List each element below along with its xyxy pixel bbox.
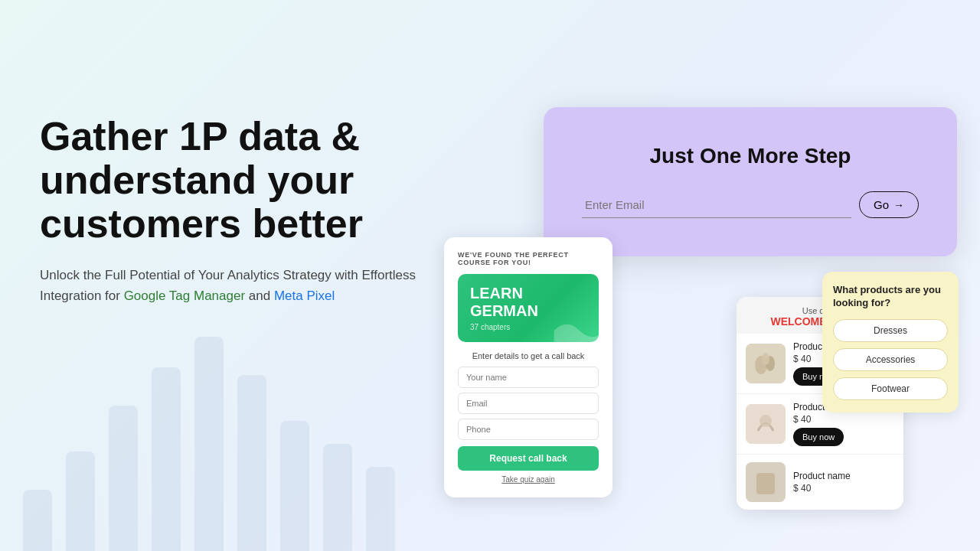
table-row: Product name $ 40 — [737, 455, 903, 510]
background-bars — [23, 337, 395, 551]
course-email-input[interactable] — [458, 393, 599, 414]
svg-rect-7 — [756, 473, 775, 494]
go-button[interactable]: Go → — [859, 191, 919, 218]
go-arrow: → — [893, 199, 904, 211]
meta-link[interactable]: Meta Pixel — [274, 289, 335, 303]
bar-1 — [23, 490, 52, 551]
course-name-input[interactable] — [458, 367, 599, 388]
email-row: Go → — [582, 191, 919, 218]
bar-2 — [66, 452, 95, 551]
gtm-link[interactable]: Google Tag Manager — [124, 289, 245, 303]
suggestions-title: What products are you looking for? — [833, 284, 948, 310]
subtext-middle: and — [245, 289, 274, 303]
svg-point-3 — [762, 353, 769, 365]
course-form-title: Enter details to get a call back — [458, 351, 599, 360]
take-quiz-link[interactable]: Take quiz again — [458, 475, 599, 484]
wave-decoration — [553, 311, 599, 342]
suggestion-dresses[interactable]: Dresses — [833, 319, 948, 342]
course-found-label: WE'VE FOUND THE PERFECT COURSE FOR YOU! — [458, 251, 599, 266]
bar-5 — [194, 337, 224, 551]
bar-4 — [152, 367, 181, 551]
product-svg-3 — [746, 462, 786, 502]
right-area: Just One More Step Go → WE'VE FOUND THE … — [383, 0, 980, 551]
suggestion-footwear[interactable]: Footwear — [833, 377, 948, 400]
course-banner: LEARNGERMAN 37 chapters — [458, 274, 599, 342]
email-popup-card: Just One More Step Go → — [544, 107, 957, 256]
product-price-3: $ 40 — [793, 483, 894, 494]
bar-6 — [237, 375, 266, 551]
course-phone-input[interactable] — [458, 419, 599, 440]
buy-button-2[interactable]: Buy now — [793, 428, 844, 446]
course-card: WE'VE FOUND THE PERFECT COURSE FOR YOU! … — [444, 237, 612, 497]
bar-8 — [323, 444, 352, 551]
suggestions-card: What products are you looking for? Dress… — [822, 272, 959, 412]
course-cta-button[interactable]: Request call back — [458, 446, 599, 471]
product-name-3: Product name — [793, 471, 894, 481]
svg-point-5 — [760, 415, 772, 427]
bar-3 — [109, 406, 138, 551]
product-image-1 — [746, 344, 786, 383]
email-popup-title: Just One More Step — [582, 144, 919, 168]
product-info-3: Product name $ 40 — [793, 471, 894, 494]
product-svg-2 — [746, 404, 786, 444]
bar-7 — [280, 421, 309, 551]
product-price-2: $ 40 — [793, 414, 894, 425]
suggestion-accessories[interactable]: Accessories — [833, 348, 948, 371]
product-image-2 — [746, 404, 786, 444]
product-image-3 — [746, 462, 786, 502]
product-svg-1 — [746, 344, 786, 383]
go-label: Go — [874, 198, 889, 211]
email-input[interactable] — [582, 192, 851, 218]
